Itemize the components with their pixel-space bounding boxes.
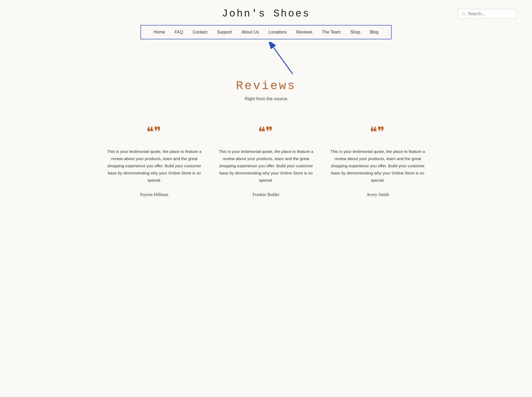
svg-line-3	[273, 47, 293, 74]
reviewer-name-2: Frankie Bolder	[252, 192, 279, 197]
nav-item-locations[interactable]: Locations	[264, 28, 292, 36]
nav-wrapper: Home FAQ Contact Support About Us Locati…	[0, 25, 532, 45]
header: John's Shoes	[0, 0, 532, 25]
svg-text:❝❞: ❝❞	[146, 126, 161, 138]
testimonial-card-3: ❝❞ This is your testimonial quote, the p…	[330, 126, 426, 197]
testimonials-wrapper: ❝❞ This is your testimonial quote, the p…	[80, 112, 452, 213]
reviews-section: Reviews Right from the source	[0, 74, 532, 112]
svg-text:❝❞: ❝❞	[370, 126, 385, 138]
testimonial-card-2: ❝❞ This is your testimonial quote, the p…	[218, 126, 314, 197]
quote-icon-1: ❝❞	[146, 126, 162, 140]
search-box[interactable]	[458, 9, 516, 19]
reviewer-name-1: Payton Hillman	[140, 192, 168, 197]
search-input[interactable]	[468, 11, 512, 16]
quote-icon-2: ❝❞	[258, 126, 274, 140]
testimonial-card-1: ❝❞ This is your testimonial quote, the p…	[106, 126, 202, 197]
nav-item-reviews[interactable]: Reviews	[292, 28, 317, 36]
nav-item-support[interactable]: Support	[212, 28, 236, 36]
svg-line-1	[464, 15, 466, 16]
reviewer-name-3: Avery Smith	[367, 192, 389, 197]
nav-bar: Home FAQ Contact Support About Us Locati…	[140, 25, 392, 39]
nav-item-team[interactable]: The Team	[317, 28, 346, 36]
search-icon	[462, 12, 466, 16]
arrow-icon	[269, 42, 301, 77]
nav-item-shop[interactable]: Shop	[346, 28, 365, 36]
testimonial-text-3: This is your testimonial quote, the plac…	[330, 148, 426, 184]
nav-item-home[interactable]: Home	[149, 28, 170, 36]
arrow-annotation	[0, 42, 532, 74]
testimonial-text-1: This is your testimonial quote, the plac…	[106, 148, 202, 184]
reviews-subtitle: Right from the source	[16, 96, 516, 102]
site-title: John's Shoes	[16, 8, 516, 20]
reviews-heading: Reviews	[16, 79, 516, 93]
nav-item-faq[interactable]: FAQ	[170, 28, 188, 36]
svg-text:❝❞: ❝❞	[258, 126, 273, 138]
nav-item-blog[interactable]: Blog	[365, 28, 383, 36]
testimonial-text-2: This is your testimonial quote, the plac…	[218, 148, 314, 184]
nav-item-contact[interactable]: Contact	[188, 28, 212, 36]
nav-item-about[interactable]: About Us	[236, 28, 264, 36]
quote-icon-3: ❝❞	[370, 126, 386, 140]
